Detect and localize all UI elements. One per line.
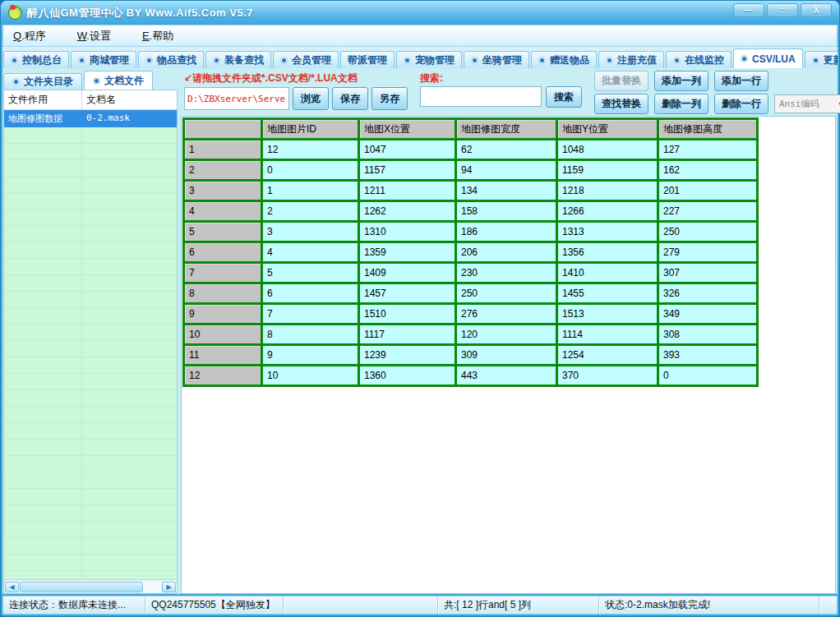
grid-cell[interactable]: 1159	[557, 160, 658, 181]
subtab-文件夹目录[interactable]: 文件夹目录	[3, 73, 82, 90]
menu-item-Q[interactable]: Q.程序	[13, 29, 46, 44]
file-list-item[interactable]: 地图修图数据0-2.mask	[4, 110, 177, 127]
grid-row-header[interactable]: 4	[184, 201, 262, 222]
grid-cell[interactable]: 1114	[557, 325, 658, 345]
grid-cell[interactable]: 1262	[359, 201, 456, 222]
grid-cell[interactable]: 1218	[557, 181, 658, 201]
grid-cell[interactable]: 120	[456, 325, 557, 345]
scroll-right-arrow-icon[interactable]: ▶	[162, 582, 176, 592]
tab-赠送物品[interactable]: 赠送物品	[531, 51, 597, 68]
grid-row-header[interactable]: 1	[184, 140, 262, 160]
grid-cell[interactable]: 308	[658, 325, 758, 345]
grid-cell[interactable]: 1047	[359, 140, 456, 160]
grid-cell[interactable]: 1457	[359, 283, 456, 304]
remove-row-button[interactable]: 删除一行	[714, 94, 768, 114]
menu-item-W[interactable]: W.设置	[77, 29, 111, 44]
save-button[interactable]: 保存	[332, 87, 368, 110]
grid-cell[interactable]: 9	[262, 345, 359, 366]
grid-cell[interactable]: 279	[658, 242, 758, 263]
find-replace-button[interactable]: 查找替换	[594, 94, 648, 114]
subtab-文档文件[interactable]: 文档文件	[84, 71, 153, 90]
grid-row-header[interactable]: 9	[184, 304, 262, 325]
grid-cell[interactable]: 206	[456, 242, 557, 263]
batch-replace-button[interactable]: 批量替换	[594, 71, 648, 91]
grid-row-header[interactable]: 12	[184, 366, 262, 386]
encoding-select[interactable]: Ansi编码 ▼	[774, 94, 840, 113]
grid-cell[interactable]: 349	[658, 304, 758, 325]
search-input[interactable]	[420, 86, 542, 107]
tab-注册充值[interactable]: 注册充值	[598, 51, 664, 68]
grid-cell[interactable]: 307	[658, 263, 758, 283]
grid-cell[interactable]: 10	[262, 366, 359, 386]
grid-cell[interactable]: 94	[456, 160, 557, 181]
grid-cell[interactable]: 1455	[557, 283, 658, 304]
grid-cell[interactable]: 1254	[557, 345, 658, 366]
grid-cell[interactable]: 6	[262, 283, 359, 304]
horizontal-scrollbar[interactable]: ◀ ▶	[4, 579, 177, 593]
grid-cell[interactable]: 8	[262, 325, 359, 345]
scroll-left-arrow-icon[interactable]: ◀	[5, 582, 19, 592]
tab-更新历史[interactable]: 更新历史	[805, 51, 838, 68]
grid-cell[interactable]: 5	[262, 263, 359, 283]
grid-cell[interactable]: 186	[456, 222, 557, 242]
grid-cell[interactable]: 201	[658, 181, 758, 201]
grid-row-header[interactable]: 5	[184, 222, 262, 242]
grid-cell[interactable]: 1359	[359, 242, 456, 263]
remove-column-button[interactable]: 删除一列	[654, 94, 708, 114]
grid-cell[interactable]: 370	[557, 366, 658, 386]
grid-cell[interactable]: 1513	[557, 304, 658, 325]
grid-cell[interactable]: 127	[658, 140, 758, 160]
file-path-input[interactable]	[184, 87, 289, 110]
grid-row-header[interactable]: 3	[184, 181, 262, 201]
scrollbar-thumb[interactable]	[20, 582, 143, 592]
grid-cell[interactable]: 276	[456, 304, 557, 325]
tab-在线监控[interactable]: 在线监控	[666, 51, 732, 68]
grid-row-header[interactable]: 7	[184, 263, 262, 283]
grid-cell[interactable]: 3	[262, 222, 359, 242]
browse-button[interactable]: 浏览	[293, 87, 329, 110]
tab-会员管理[interactable]: 会员管理	[273, 51, 339, 68]
grid-cell[interactable]: 158	[456, 201, 557, 222]
grid-cell[interactable]: 162	[658, 160, 758, 181]
grid-cell[interactable]: 326	[658, 283, 758, 304]
tab-坐骑管理[interactable]: 坐骑管理	[464, 51, 529, 68]
minimize-button[interactable]: —	[733, 3, 764, 17]
grid-cell[interactable]: 134	[456, 181, 557, 201]
add-row-button[interactable]: 添加一行	[714, 71, 768, 91]
grid-cell[interactable]: 1360	[359, 366, 456, 386]
grid-cell[interactable]: 1048	[557, 140, 658, 160]
grid-cell[interactable]: 1410	[557, 263, 658, 283]
tab-宠物管理[interactable]: 宠物管理	[396, 51, 462, 68]
grid-cell[interactable]: 230	[456, 263, 557, 283]
add-column-button[interactable]: 添加一列	[654, 71, 708, 91]
tab-帮派管理[interactable]: 帮派管理	[340, 51, 395, 68]
maximize-button[interactable]: □	[767, 3, 798, 17]
grid-cell[interactable]: 0	[262, 160, 359, 181]
scrollbar-track[interactable]	[20, 582, 161, 592]
close-button[interactable]: X	[801, 3, 832, 17]
grid-cell[interactable]: 1313	[557, 222, 658, 242]
tab-商城管理[interactable]: 商城管理	[71, 51, 136, 68]
grid-cell[interactable]: 1157	[359, 160, 456, 181]
grid-cell[interactable]: 1409	[359, 263, 456, 283]
grid-cell[interactable]: 1310	[359, 222, 456, 242]
grid-row-header[interactable]: 10	[184, 325, 262, 345]
grid-cell[interactable]: 1356	[557, 242, 658, 263]
tab-物品查找[interactable]: 物品查找	[138, 51, 204, 68]
grid-cell[interactable]: 1239	[359, 345, 456, 366]
grid-cell[interactable]: 443	[456, 366, 557, 386]
menu-item-E[interactable]: E.帮助	[142, 29, 173, 44]
grid-cell[interactable]: 250	[456, 283, 557, 304]
grid-cell[interactable]: 1117	[359, 325, 456, 345]
save-as-button[interactable]: 另存	[372, 87, 408, 110]
grid-row-header[interactable]: 2	[184, 160, 262, 181]
grid-cell[interactable]: 12	[262, 140, 359, 160]
grid-cell[interactable]: 2	[262, 201, 359, 222]
grid-cell[interactable]: 1266	[557, 201, 658, 222]
grid-row-header[interactable]: 8	[184, 283, 262, 304]
grid-cell[interactable]: 1510	[359, 304, 456, 325]
grid-cell[interactable]: 1	[262, 181, 359, 201]
grid-cell[interactable]: 309	[456, 345, 557, 366]
search-button[interactable]: 搜索	[546, 86, 582, 108]
grid-row-header[interactable]: 11	[184, 345, 262, 366]
